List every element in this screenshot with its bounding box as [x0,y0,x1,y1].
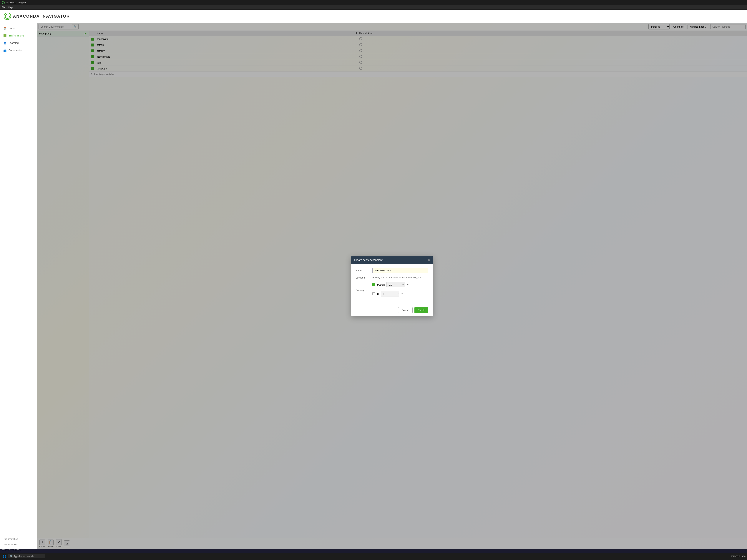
modal-r-checkbox[interactable] [372,292,375,295]
modal-r-version-select[interactable]: r 3.5 3.6 [381,291,399,296]
modal-cancel-button[interactable]: Cancel [398,307,413,313]
taskbar: 🔍 Type here to search 2020/6/10 23:58 [0,553,747,560]
poco-title: POCO [2,544,21,549]
main-layout: 🏠 Home 🟩 Environments 👤 Learning 👥 Commu… [0,23,747,549]
learning-icon: 👤 [3,41,7,45]
sidebar: 🏠 Home 🟩 Environments 👤 Learning 👥 Commu… [0,23,37,549]
poco-watermark: POCO SHOT ON POCO F1 [2,544,21,551]
taskbar-search-placeholder: Type here to search [14,555,33,558]
modal-python-label: Python [377,283,385,286]
modal-packages-label-row: Packages: ✓ Python 3.7 2.7 3.5 3. [356,282,428,298]
anaconda-logo: ANACONDA NAVIGATOR [4,12,70,20]
modal-packages-label: Packages: [356,289,372,292]
sidebar-item-environments[interactable]: 🟩 Environments [0,32,37,39]
home-icon: 🏠 [3,26,7,30]
modal-title: Create new environment [354,259,383,262]
sidebar-item-environments-label: Environments [8,34,24,37]
title-bar: Anaconda Navigator [0,0,747,5]
sidebar-item-learning[interactable]: 👤 Learning [0,39,37,47]
content-area: 🔍 Installed Not installed Updatable All … [37,23,747,549]
windows-logo-icon [3,555,6,558]
sidebar-item-community[interactable]: 👥 Community [0,47,37,54]
svg-rect-3 [5,557,6,558]
modal-name-label: Name: [356,269,372,272]
taskbar-start-button[interactable] [1,553,7,559]
modal-close-button[interactable]: × [428,258,430,262]
modal-location-row: Location: H:\ProgramData\Anaconda3\envs\… [356,276,428,279]
modal-header: Create new environment × [351,256,433,264]
modal-r-label: R [377,292,379,295]
svg-rect-1 [5,555,6,556]
r-version-chevron [401,292,403,295]
menu-bar: File Help [0,5,747,10]
sidebar-item-community-label: Community [8,49,22,52]
poco-subtitle: SHOT ON POCO F1 [2,549,21,551]
sidebar-item-home-label: Home [8,27,16,30]
create-env-modal: Create new environment × Name: Location:… [351,256,433,316]
modal-python-row: ✓ Python 3.7 2.7 3.5 3.6 3.8 [372,282,409,287]
modal-name-input[interactable] [372,268,428,273]
taskbar-search-bar[interactable]: 🔍 Type here to search [8,554,45,558]
taskbar-datetime: 2020/6/10 23:58 [731,555,746,557]
anaconda-subtitle: NAVIGATOR [43,14,70,19]
modal-python-checkbox[interactable]: ✓ [372,283,375,286]
taskbar-system-tray: 2020/6/10 23:58 [731,555,746,557]
anaconda-title: ANACONDA NAVIGATOR [13,14,70,19]
sidebar-item-home[interactable]: 🏠 Home [0,24,37,32]
modal-r-row: R r 3.5 3.6 [372,291,409,296]
modal-name-row: Name: [356,268,428,273]
svg-rect-2 [3,557,4,558]
anaconda-logo-icon [4,12,11,20]
modal-body: Name: Location: H:\ProgramData\Anaconda3… [351,264,433,305]
sidebar-item-learning-label: Learning [8,42,19,45]
modal-location-value: H:\ProgramData\Anaconda3\envs\tensorflow… [372,276,421,279]
anaconda-name: ANACONDA [13,14,40,19]
app-container: ANACONDA NAVIGATOR 🏠 Home 🟩 Environments… [0,10,747,549]
modal-overlay: Create new environment × Name: Location:… [37,23,747,549]
modal-location-label: Location: [356,276,372,279]
menu-file[interactable]: File [1,6,5,9]
modal-create-button[interactable]: Create [414,307,428,313]
app-header: ANACONDA NAVIGATOR [0,10,747,23]
svg-rect-0 [3,555,4,556]
environments-icon: 🟩 [3,34,7,37]
menu-help[interactable]: Help [8,6,12,9]
app-icon [2,1,5,4]
taskbar-search-icon: 🔍 [10,555,13,558]
sidebar-link-documentation[interactable]: Documentation [0,536,37,542]
title-bar-text: Anaconda Navigator [6,1,26,4]
python-version-chevron [407,283,409,286]
community-icon: 👥 [3,49,7,52]
modal-python-version-select[interactable]: 3.7 2.7 3.5 3.6 3.8 [386,282,405,287]
modal-footer: Cancel Create [351,305,433,316]
